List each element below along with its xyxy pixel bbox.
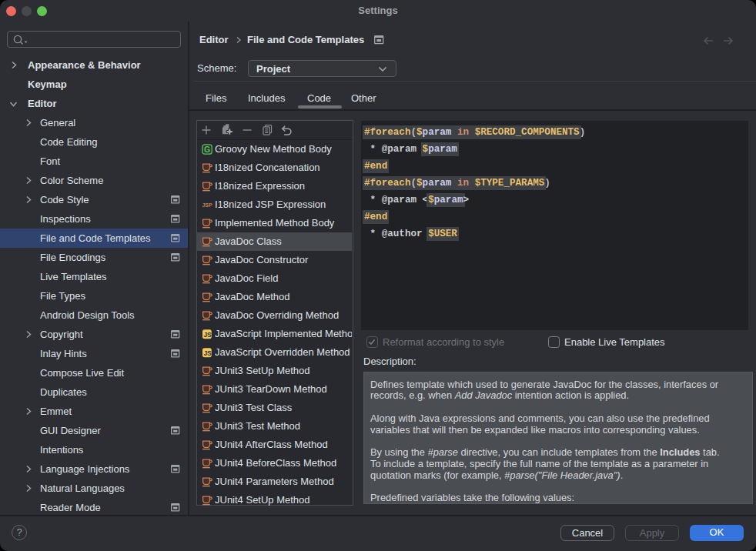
svg-text:G: G xyxy=(204,145,210,154)
svg-text:JS: JS xyxy=(203,349,212,357)
svg-text:JSP: JSP xyxy=(202,202,212,208)
svg-text:JS: JS xyxy=(203,331,212,339)
